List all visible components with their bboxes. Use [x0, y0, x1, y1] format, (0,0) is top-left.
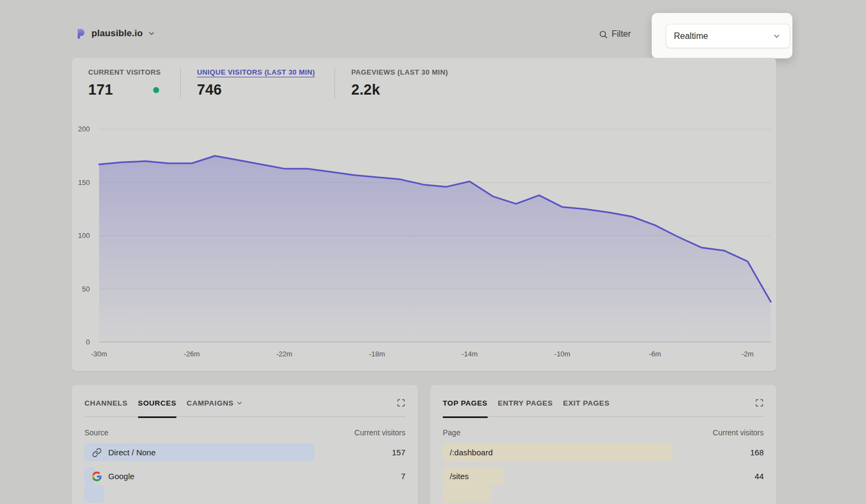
tab-entry-pages[interactable]: ENTRY PAGES — [498, 399, 553, 407]
stat-metric[interactable]: PAGEVIEWS (LAST 30 MIN) 2.2k — [351, 68, 468, 98]
tab-exit-pages[interactable]: EXIT PAGES — [563, 399, 609, 407]
tab-campaigns[interactable]: CAMPAIGNS — [187, 399, 243, 407]
stat-metric[interactable]: CURRENT VISITORS 171 — [88, 68, 181, 98]
stat-value: 171 — [88, 82, 113, 98]
row-label: /sites — [450, 472, 469, 481]
x-tick-label: -6m — [649, 350, 661, 358]
row-value: 44 — [755, 472, 764, 481]
google-icon — [91, 471, 102, 482]
visitors-card: CURRENT VISITORS 171 UNIQUE VISITORS (LA… — [72, 58, 776, 371]
pages-panel: TOP PAGES ENTRY PAGES EXIT PAGES Page Cu… — [430, 385, 776, 504]
tab-top-pages[interactable]: TOP PAGES — [443, 399, 488, 407]
table-row[interactable]: /sites 44 — [443, 467, 764, 485]
chevron-down-icon — [236, 400, 243, 407]
y-tick-label: 150 — [78, 178, 90, 187]
x-tick-label: -14m — [462, 350, 478, 358]
period-selector-dropdown[interactable]: Realtime — [666, 24, 790, 48]
x-tick-label: -26m — [183, 350, 200, 358]
stat-label: PAGEVIEWS (LAST 30 MIN) — [351, 68, 448, 76]
link-icon — [91, 447, 102, 458]
tab-channels[interactable]: CHANNELS — [84, 399, 128, 407]
table-row-partial — [443, 485, 764, 503]
stat-label: UNIQUE VISITORS (LAST 30 MIN) — [197, 68, 315, 76]
x-tick-label: -10m — [554, 350, 570, 358]
chart-y-axis: 200150100500 — [72, 129, 90, 342]
pages-tabs: TOP PAGES ENTRY PAGES EXIT PAGES — [443, 385, 764, 417]
y-tick-label: 50 — [82, 285, 90, 293]
site-selector[interactable]: plausible.io — [75, 28, 155, 39]
expand-icon[interactable] — [397, 399, 405, 407]
row-label: Google — [108, 472, 134, 481]
search-icon — [599, 30, 608, 39]
x-tick-label: -2m — [742, 350, 753, 358]
row-label: /:dashboard — [450, 448, 493, 457]
row-value: 7 — [401, 472, 405, 481]
tab-sources[interactable]: SOURCES — [138, 399, 176, 407]
stat-value: 2.2k — [351, 82, 380, 98]
stat-label: CURRENT VISITORS — [88, 68, 161, 76]
plausible-logo-icon — [75, 28, 87, 39]
column-header-page: Page — [443, 428, 461, 437]
table-row[interactable]: Direct / None 157 — [84, 443, 405, 461]
table-row[interactable]: /:dashboard 168 — [443, 443, 764, 461]
realtime-highlight-spotlight: Realtime — [652, 13, 792, 58]
chart-x-axis: -30m-26m-22m-18m-14m-10m-6m-2m — [99, 350, 771, 360]
filter-button[interactable]: Filter — [599, 29, 631, 39]
filter-label: Filter — [612, 29, 631, 39]
x-tick-label: -22m — [277, 350, 293, 358]
table-row[interactable]: Google 7 — [84, 467, 405, 485]
stat-value: 746 — [197, 82, 222, 98]
x-tick-label: -30m — [91, 350, 107, 358]
row-value: 157 — [392, 448, 405, 457]
column-header-source: Source — [84, 428, 108, 437]
chevron-down-icon — [148, 30, 155, 37]
column-header-current-visitors: Current visitors — [355, 428, 405, 437]
row-label: Direct / None — [108, 448, 156, 457]
visitors-chart — [99, 129, 771, 342]
y-tick-label: 0 — [86, 338, 90, 346]
row-value: 168 — [750, 448, 764, 457]
site-name: plausible.io — [91, 28, 143, 39]
y-tick-label: 200 — [78, 125, 90, 133]
expand-icon[interactable] — [755, 399, 764, 407]
sources-panel: CHANNELS SOURCES CAMPAIGNS Source Curren… — [72, 385, 418, 504]
column-header-current-visitors: Current visitors — [713, 428, 764, 437]
y-tick-label: 100 — [78, 231, 90, 240]
chevron-down-icon — [772, 32, 781, 41]
sources-tabs: CHANNELS SOURCES CAMPAIGNS — [84, 385, 405, 417]
period-selected-label: Realtime — [674, 31, 708, 41]
table-row-partial — [84, 485, 405, 503]
stat-metric[interactable]: UNIQUE VISITORS (LAST 30 MIN) 746 — [197, 68, 335, 98]
live-indicator-dot — [153, 87, 159, 93]
stats-row: CURRENT VISITORS 171 UNIQUE VISITORS (LA… — [88, 68, 484, 98]
x-tick-label: -18m — [369, 350, 385, 358]
